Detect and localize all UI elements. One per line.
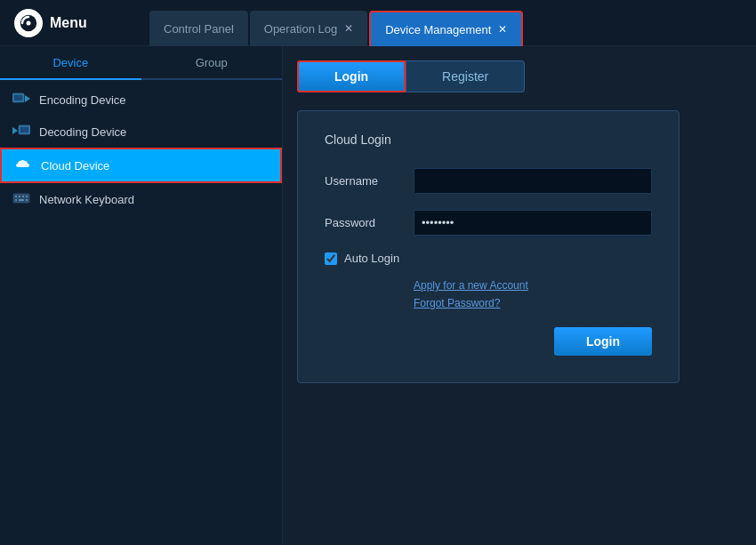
password-input[interactable] — [414, 210, 652, 236]
content-area: Login Register Cloud Login Username Pass… — [283, 46, 756, 545]
tab-control-panel-label: Control Panel — [164, 22, 234, 36]
password-row: Password — [325, 210, 652, 236]
svg-rect-8 — [13, 194, 29, 203]
svg-rect-3 — [14, 95, 22, 100]
tab-device-management-close[interactable]: ✕ — [498, 23, 507, 36]
sidebar-item-encoding-device[interactable]: Encoding Device — [0, 84, 282, 116]
svg-rect-7 — [20, 127, 28, 132]
sidebar-tab-group-label: Group — [196, 56, 228, 69]
svg-marker-4 — [25, 95, 30, 102]
cloud-login-button[interactable]: Login — [554, 327, 652, 356]
network-keyboard-icon — [12, 192, 30, 206]
svg-marker-5 — [12, 127, 18, 134]
login-btn-row: Login — [325, 327, 652, 356]
sidebar-item-network-keyboard[interactable]: Network Keyboard — [0, 183, 282, 215]
tab-device-management-label: Device Management — [385, 23, 491, 36]
menu-icon — [14, 9, 43, 37]
svg-rect-13 — [15, 199, 17, 201]
svg-point-1 — [27, 20, 31, 25]
sidebar-item-network-keyboard-label: Network Keyboard — [39, 193, 134, 206]
username-input[interactable] — [414, 168, 652, 194]
auto-login-checkbox[interactable] — [325, 252, 337, 265]
svg-rect-10 — [19, 196, 20, 197]
svg-rect-12 — [26, 196, 28, 197]
password-label: Password — [325, 216, 414, 229]
menu-logo: Menu — [0, 9, 142, 37]
forgot-password-link[interactable]: Forgot Password? — [414, 297, 652, 309]
action-buttons: Login Register — [297, 60, 528, 92]
encoding-device-icon — [12, 92, 30, 107]
sidebar-item-cloud-device-label: Cloud Device — [41, 159, 109, 172]
svg-rect-15 — [26, 199, 28, 201]
tab-operation-log[interactable]: Operation Log ✕ — [250, 11, 367, 46]
sidebar-tab-device[interactable]: Device — [0, 46, 141, 80]
sidebar-tab-device-label: Device — [52, 56, 88, 69]
sidebar-item-decoding-device-label: Decoding Device — [39, 125, 126, 139]
auto-login-row: Auto Login — [325, 252, 652, 265]
menu-label: Menu — [50, 15, 87, 31]
cloud-login-panel: Cloud Login Username Password Auto Login… — [297, 110, 680, 383]
apply-account-link[interactable]: Apply for a new Account — [414, 279, 652, 292]
tab-operation-log-label: Operation Log — [264, 22, 337, 36]
decoding-device-icon — [12, 124, 30, 139]
login-button[interactable]: Login — [297, 60, 406, 92]
tab-control-panel[interactable]: Control Panel — [149, 11, 248, 46]
header: Menu Control Panel Operation Log ✕ Devic… — [0, 0, 756, 46]
sidebar-tab-bar: Device Group — [0, 46, 282, 80]
svg-rect-9 — [15, 196, 17, 197]
username-label: Username — [325, 174, 414, 188]
cloud-device-icon — [14, 158, 32, 172]
tab-bar: Control Panel Operation Log ✕ Device Man… — [142, 0, 523, 45]
username-row: Username — [325, 168, 652, 194]
auto-login-label[interactable]: Auto Login — [344, 252, 399, 265]
sidebar-item-cloud-device[interactable]: Cloud Device — [0, 148, 282, 183]
tab-operation-log-close[interactable]: ✕ — [344, 22, 353, 35]
links-row: Apply for a new Account Forgot Password? — [325, 279, 652, 309]
sidebar-item-encoding-device-label: Encoding Device — [39, 93, 126, 107]
main-layout: Device Group Encoding Device — [0, 46, 756, 545]
cloud-login-title: Cloud Login — [325, 132, 652, 147]
register-button[interactable]: Register — [406, 60, 525, 92]
tab-device-management[interactable]: Device Management ✕ — [369, 11, 523, 46]
sidebar-items: Encoding Device Decoding Device — [0, 80, 282, 215]
sidebar: Device Group Encoding Device — [0, 46, 283, 545]
svg-rect-14 — [19, 199, 24, 201]
svg-rect-11 — [22, 196, 24, 197]
sidebar-tab-group[interactable]: Group — [141, 46, 283, 78]
sidebar-item-decoding-device[interactable]: Decoding Device — [0, 116, 282, 148]
